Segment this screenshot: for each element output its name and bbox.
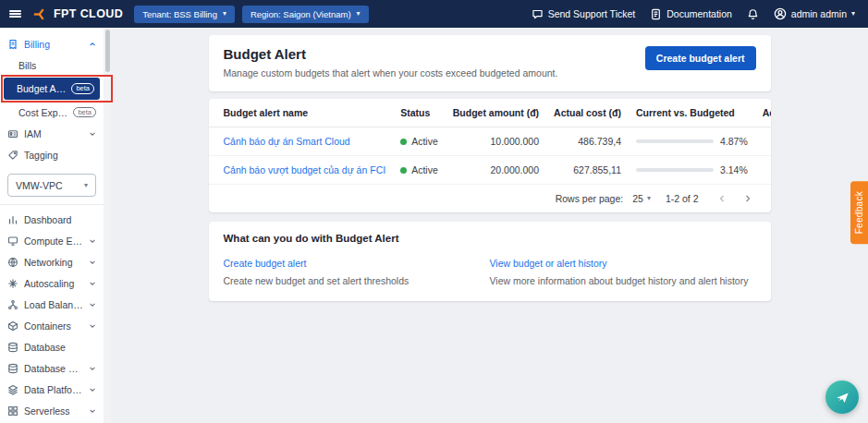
sidebar-item-tagging[interactable]: Tagging: [0, 144, 104, 165]
sidebar-item-autoscaling[interactable]: Autoscaling: [0, 272, 104, 294]
actual-cost: 486.739,4: [546, 127, 629, 156]
sidebar-item-compute-engine[interactable]: Compute Engine: [0, 230, 104, 251]
chevron-down-icon: [89, 259, 96, 266]
brand-text: FPT CLOUD: [54, 7, 123, 20]
user-menu[interactable]: admin admin ▾: [774, 7, 855, 20]
budget-alert-name-link[interactable]: Cảnh báo vượt budget của dự án FCI: [224, 164, 386, 175]
support-ticket-label: Send Support Ticket: [548, 8, 636, 19]
page-header-card: Budget Alert Manage custom budgets that …: [209, 35, 771, 91]
tenant-selector[interactable]: Tenant: BSS Billing ▾: [134, 6, 235, 23]
sidebar-item-label: Tagging: [24, 150, 96, 161]
sidebar-scrollbar[interactable]: [104, 28, 111, 423]
sidebar-item-serverless[interactable]: Serverless: [0, 400, 104, 421]
rows-per-page-select[interactable]: 25 ▾: [632, 193, 651, 204]
tenant-label: Tenant: BSS Billing: [142, 9, 217, 19]
table-row: Cảnh báo vượt budget của dự án FCI Activ…: [209, 156, 771, 185]
beta-badge: beta: [71, 83, 94, 94]
chevron-down-icon: [89, 386, 96, 393]
chevron-down-icon: ▾: [84, 182, 88, 189]
send-support-ticket-button[interactable]: Send Support Ticket: [532, 8, 636, 20]
sidebar-item-label: Serverless: [24, 405, 83, 417]
sidebar-item-billing[interactable]: Billing: [0, 33, 104, 54]
help-description: View more information about budget histo…: [490, 275, 756, 286]
status-label: Active: [411, 136, 438, 147]
column-header: Actions: [755, 99, 771, 127]
fpt-cloud-logo[interactable]: FPT CLOUD: [32, 7, 123, 20]
sidebar-item-networking[interactable]: Networking: [0, 251, 104, 272]
create-budget-alert-button[interactable]: Create budget alert: [645, 46, 756, 70]
dashboard-icon: [7, 214, 18, 225]
bell-icon: [747, 8, 759, 20]
data-platform-icon: [7, 384, 18, 395]
page-subtitle: Manage custom budgets that alert when yo…: [224, 67, 558, 79]
sidebar-item-label: Networking: [24, 257, 83, 268]
sidebar-item-database-platform[interactable]: Database Platform: [0, 357, 104, 379]
scrollbar-thumb[interactable]: [105, 30, 110, 72]
user-name: admin admin: [791, 8, 847, 19]
table-row: Cảnh báo dự án Smart Cloud Active 10.000…: [209, 127, 771, 156]
sidebar-item-database[interactable]: Database: [0, 336, 104, 357]
sidebar-item-label: Compute Engine: [24, 236, 83, 247]
sidebar-item-label: Load Balancer: [24, 299, 83, 310]
vpc-selected-value: VMW-VPC: [16, 180, 63, 191]
sidebar-item-label: Budget Alert: [17, 83, 66, 94]
chat-assistant-button[interactable]: [825, 381, 859, 414]
sidebar-item-iam[interactable]: IAM: [0, 123, 104, 144]
chevron-down-icon: ▾: [851, 10, 855, 18]
chevron-down-icon: ▾: [647, 195, 651, 202]
feedback-tab[interactable]: Feedback: [850, 181, 868, 244]
sidebar-item-load-balancer[interactable]: Load Balancer: [0, 294, 104, 315]
region-label: Region: Saigon (Vietnam): [251, 9, 351, 19]
sidebar-item-budget-alert[interactable]: Budget Alert beta: [4, 78, 100, 100]
budget-alert-table: Budget alert name Status Budget amount (…: [209, 99, 771, 185]
region-selector[interactable]: Region: Saigon (Vietnam) ▾: [242, 6, 369, 23]
documentation-icon: [650, 8, 662, 20]
chevron-down-icon: [89, 365, 96, 372]
documentation-button[interactable]: Documentation: [650, 8, 732, 20]
sidebar-item-label: Billing: [24, 39, 83, 50]
hamburger-menu-icon[interactable]: [0, 0, 31, 28]
sidebar-item-bills[interactable]: Bills: [0, 54, 104, 76]
vpc-selector[interactable]: VMW-VPC ▾: [7, 174, 96, 197]
page-title: Budget Alert: [224, 46, 558, 62]
chevron-down-icon: [89, 280, 96, 287]
sidebar-item-containers[interactable]: Containers: [0, 315, 104, 336]
help-view-history-link[interactable]: View budget or alert history: [490, 258, 607, 269]
sidebar-item-data-platform[interactable]: Data Platform: [0, 379, 104, 400]
budget-alert-table-card: Budget alert name Status Budget amount (…: [209, 99, 771, 212]
progress-percent: 4.87%: [720, 136, 748, 147]
budget-alert-name-link[interactable]: Cảnh báo dự án Smart Cloud: [224, 136, 350, 147]
sidebar-item-label: Cost Explorer: [18, 107, 67, 118]
rows-per-page-value: 25: [632, 193, 643, 204]
sidebar-item-label: Data Platform: [24, 384, 83, 395]
support-ticket-icon: [532, 8, 544, 20]
progress-cell: 3.14%: [636, 164, 748, 175]
column-header: Budget alert name: [209, 99, 394, 127]
column-header: Status: [393, 99, 446, 127]
help-card: What can you do with Budget Alert Create…: [209, 222, 771, 301]
database-platform-icon: [7, 363, 18, 374]
budget-amount: 10.000.000: [446, 127, 546, 156]
sidebar-item-dashboard[interactable]: Dashboard: [0, 209, 104, 230]
compute-icon: [7, 236, 18, 247]
previous-page-button[interactable]: [714, 194, 730, 203]
user-avatar-icon: [774, 7, 787, 20]
chevron-down-icon: [89, 237, 96, 245]
progress-track: [636, 139, 714, 143]
sidebar: Billing Bills Budget Alert beta Cost Exp…: [0, 28, 104, 423]
column-header: Current vs. Budgeted: [629, 99, 755, 127]
sidebar-item-label: Containers: [24, 320, 83, 332]
chevron-down-icon: [89, 130, 96, 138]
top-bar: FPT CLOUD Tenant: BSS Billing ▾ Region: …: [0, 0, 868, 28]
notifications-button[interactable]: [747, 8, 759, 20]
help-description: Create new budget and set alert threshol…: [224, 275, 490, 286]
billing-icon: [7, 39, 18, 50]
actual-cost: 627.855,11: [546, 156, 629, 185]
autoscaling-icon: [7, 278, 18, 289]
help-create-budget-link[interactable]: Create budget alert: [224, 258, 307, 269]
progress-track: [636, 168, 714, 172]
next-page-button[interactable]: [740, 194, 756, 203]
chevron-down-icon: [89, 301, 96, 308]
sidebar-item-label: Autoscaling: [24, 278, 83, 289]
sidebar-item-cost-explorer[interactable]: Cost Explorer beta: [0, 102, 104, 123]
